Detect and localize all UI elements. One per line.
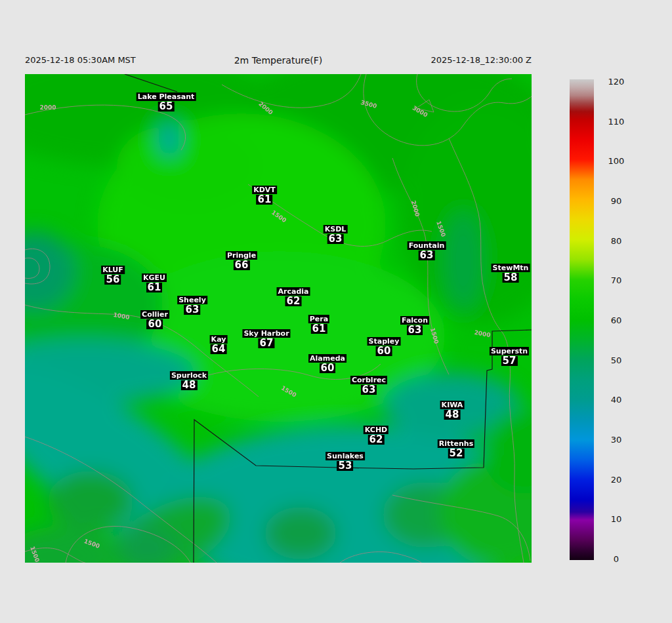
station-label: Fountain63 xyxy=(408,239,446,260)
station-label: Kay64 xyxy=(210,333,228,354)
station-label: KGEU61 xyxy=(142,271,167,292)
station-value: 62 xyxy=(368,435,385,445)
station-value: 48 xyxy=(444,410,461,420)
station-value: 52 xyxy=(448,449,465,458)
colorbar-tick-label: 30 xyxy=(594,435,639,445)
colorbar-tick-label: 70 xyxy=(594,275,639,286)
station-value: 63 xyxy=(361,385,377,395)
station-value: 61 xyxy=(146,283,163,292)
station-label: Stapley60 xyxy=(368,335,401,356)
station-label: Lake Pleasant65 xyxy=(136,90,196,111)
station-value: 48 xyxy=(181,380,198,390)
station-value: 63 xyxy=(419,251,435,260)
station-label: Sheely63 xyxy=(177,294,207,315)
station-value: 64 xyxy=(211,344,227,354)
station-label: Pringle66 xyxy=(226,249,257,270)
temperature-map: 2000200035003000150020001500100015002000… xyxy=(25,74,532,563)
colorbar-tick-label: 20 xyxy=(594,475,639,485)
colorbar-tick-label: 90 xyxy=(594,196,639,207)
colorbar-tick-label: 100 xyxy=(594,156,639,167)
station-value: 62 xyxy=(285,296,302,306)
station-label: KCHD62 xyxy=(364,424,388,445)
station-label: KSDL63 xyxy=(324,223,348,244)
station-value: 58 xyxy=(503,273,519,283)
station-label: Superstn57 xyxy=(490,345,529,366)
station-value: 60 xyxy=(147,319,163,329)
station-label: Spurlock48 xyxy=(170,369,208,390)
station-label: Rittenhs52 xyxy=(438,437,474,458)
station-value: 61 xyxy=(311,324,327,334)
station-label: Alameda60 xyxy=(308,352,346,373)
weather-plot-page: 2025-12-18 05:30AM MST 2m Temperature(F)… xyxy=(0,0,672,623)
station-value: 65 xyxy=(158,102,175,111)
station-value: 60 xyxy=(376,346,392,356)
station-label: KDVT61 xyxy=(252,184,277,205)
colorbar-tick-label: 120 xyxy=(594,77,639,87)
station-value: 60 xyxy=(320,363,336,373)
station-label: Pera61 xyxy=(308,313,329,334)
temperature-field-svg xyxy=(25,74,532,563)
station-value: 63 xyxy=(184,305,201,315)
colorbar-tick-label: 110 xyxy=(594,117,639,127)
station-label: Sunlakes53 xyxy=(326,450,365,471)
station-label: StewMtn58 xyxy=(492,262,530,283)
station-value: 61 xyxy=(257,195,273,205)
station-label: Arcadia62 xyxy=(277,285,310,306)
station-label: Falcon63 xyxy=(400,314,429,335)
station-value: 56 xyxy=(105,275,121,285)
station-value: 63 xyxy=(407,325,423,335)
station-label: KIWA48 xyxy=(440,399,465,420)
right-timestamp: 2025-12-18_12:30:00 Z xyxy=(25,55,532,65)
colorbar-tick-label: 0 xyxy=(594,554,639,565)
station-label: Sky Harbor67 xyxy=(242,327,290,348)
station-label: KLUF56 xyxy=(101,264,125,285)
colorbar-tick-label: 60 xyxy=(594,315,639,326)
station-value: 57 xyxy=(501,356,518,366)
colorbar-tick-label: 50 xyxy=(594,355,639,366)
contour-elevation-label: 2000 xyxy=(39,104,56,111)
station-label: Collier60 xyxy=(140,308,169,329)
colorbar-tick-label: 10 xyxy=(594,514,639,525)
colorbar-tick-labels: 1201101009080706050403020100 xyxy=(594,0,672,623)
station-value: 67 xyxy=(259,338,275,348)
station-value: 53 xyxy=(337,461,354,471)
colorbar-tick-label: 40 xyxy=(594,395,639,405)
station-value: 63 xyxy=(327,234,344,244)
station-value: 66 xyxy=(234,260,250,270)
station-label: Corblrec63 xyxy=(350,374,387,395)
colorbar xyxy=(570,79,594,560)
colorbar-tick-label: 80 xyxy=(594,236,639,247)
